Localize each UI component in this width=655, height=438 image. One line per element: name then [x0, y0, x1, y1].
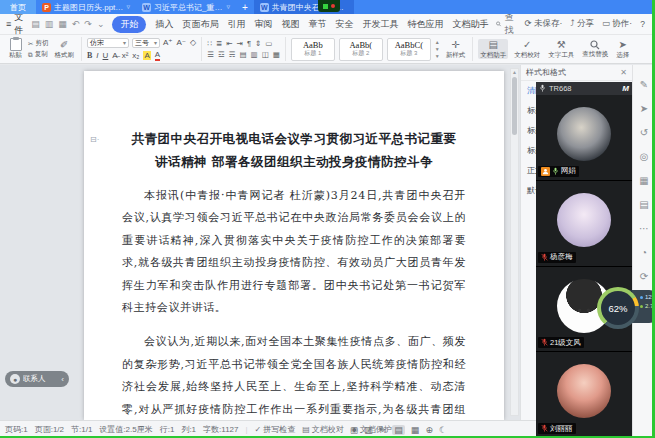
- borders-icon[interactable]: ▭: [265, 39, 272, 48]
- menu-tab-review[interactable]: 审阅: [254, 18, 272, 31]
- menu-tab-doc-assistant[interactable]: 文档助手: [452, 18, 488, 31]
- file-menu[interactable]: ≡ 文件: [6, 11, 23, 37]
- participant-tile[interactable]: 杨彦梅: [536, 181, 632, 267]
- menu-tab-references[interactable]: 引用: [227, 18, 245, 31]
- font-color-icon[interactable]: A: [155, 50, 160, 61]
- table-tool-icon[interactable]: ▦: [639, 175, 648, 186]
- menu-tab-page-layout[interactable]: 页面布局: [182, 18, 218, 31]
- menu-tab-insert[interactable]: 插入: [155, 18, 173, 31]
- scroll-up-icon[interactable]: ▲: [511, 69, 518, 75]
- find-command[interactable]: 查找: [496, 11, 516, 37]
- grow-font-icon[interactable]: A⁺: [163, 38, 173, 47]
- styles-scroll[interactable]: ▲▼▼: [435, 39, 440, 59]
- align-center-icon[interactable]: ☲: [218, 50, 225, 59]
- word-count[interactable]: 字数:1127: [203, 424, 238, 435]
- history-tool-icon[interactable]: ↺: [640, 127, 648, 138]
- menu-tab-view[interactable]: 视图: [281, 18, 299, 31]
- menu-tab-featured-apps[interactable]: 特色应用: [407, 18, 443, 31]
- menu-tab-security[interactable]: 安全: [335, 18, 353, 31]
- doc-assistant-button[interactable]: ▤ 文档助手: [478, 39, 508, 60]
- subscript-icon[interactable]: x₂: [132, 51, 139, 60]
- line-spacing-icon[interactable]: ⇕: [255, 39, 261, 48]
- align-left-icon[interactable]: ☰: [207, 50, 214, 59]
- menu-tab-home[interactable]: 开始: [112, 16, 146, 33]
- select-button[interactable]: ➤ 选择: [614, 39, 631, 60]
- copy-button[interactable]: ⧉复制: [28, 50, 48, 59]
- superscript-icon[interactable]: x²: [122, 51, 129, 60]
- align-right-icon[interactable]: ☴: [229, 50, 236, 59]
- participant-tile[interactable]: 网娟: [536, 95, 632, 181]
- proofread-toggle[interactable]: ▤文档校对: [302, 424, 344, 435]
- style-heading2[interactable]: AaBb( 标题 2: [339, 38, 383, 61]
- save-icon[interactable]: ▤: [31, 19, 40, 29]
- tab-ppt-file[interactable]: P 主题图日历头.ppt .pptx ▿: [36, 0, 136, 14]
- distribute-icon[interactable]: ▥: [251, 50, 258, 59]
- text-tools-button[interactable]: ⚒ 文字工具: [546, 39, 576, 60]
- ink-view-icon[interactable]: ✎: [379, 425, 387, 435]
- cut-button[interactable]: ✂剪切: [28, 39, 48, 48]
- decrease-indent-icon[interactable]: ⇤: [226, 39, 232, 48]
- redo-icon[interactable]: ↷: [84, 19, 92, 29]
- increase-indent-icon[interactable]: ⇥: [237, 39, 243, 48]
- font-name-select[interactable]: 仿宋▾: [87, 38, 129, 48]
- participant-tile[interactable]: 刘丽丽: [536, 352, 632, 438]
- tab-doc-file-1[interactable]: W 习近平总书记_重要讲话精神 ▿: [136, 0, 236, 14]
- export-icon[interactable]: ▥: [45, 19, 54, 29]
- page-view-icon[interactable]: ▤: [392, 425, 405, 435]
- shading-icon[interactable]: ◫: [262, 50, 269, 59]
- more-icon[interactable]: ⌄: [97, 19, 105, 29]
- help-icon[interactable]: ?: [640, 19, 645, 29]
- justify-icon[interactable]: ▤: [239, 50, 246, 59]
- clock-tool-icon[interactable]: ◔: [641, 247, 647, 258]
- net-speed-widget[interactable]: 62% 125.4K 2.74K: [597, 287, 655, 331]
- style-heading3[interactable]: AaBbC( 标题 3: [387, 38, 431, 61]
- strikethrough-icon[interactable]: A̶: [112, 51, 117, 60]
- collab-button[interactable]: ▭ 协作·: [602, 18, 632, 30]
- chevron-left-icon[interactable]: ‹: [61, 375, 64, 384]
- read-view-icon[interactable]: ▥: [364, 425, 373, 435]
- meeting-header[interactable]: TR668 M: [536, 82, 632, 95]
- proofread-button[interactable]: ✓ 文档校对: [512, 39, 542, 60]
- clear-format-icon[interactable]: ◇: [190, 38, 196, 47]
- close-icon[interactable]: ✕: [620, 68, 627, 77]
- pin-icon[interactable]: ▿: [126, 3, 130, 11]
- pin-icon[interactable]: ▿: [226, 3, 230, 11]
- web-view-icon[interactable]: ⊕: [425, 425, 433, 435]
- shrink-font-icon[interactable]: A⁻: [177, 38, 187, 47]
- bullet-list-icon[interactable]: ∷: [207, 39, 212, 48]
- numbered-list-icon[interactable]: ≣: [216, 39, 222, 48]
- floating-dock[interactable]: ● 联系人 ‹: [5, 371, 69, 387]
- eye-protect-icon[interactable]: ☾: [439, 425, 447, 435]
- tab-home[interactable]: 首页: [0, 0, 36, 14]
- sync-status[interactable]: ⟳ 未保存·: [524, 18, 562, 30]
- select-tool-icon[interactable]: ➤: [640, 103, 648, 114]
- find-replace-button[interactable]: 查找替换: [580, 40, 610, 58]
- paragraph-mark-icon[interactable]: ¶: [247, 39, 251, 48]
- spellcheck-toggle[interactable]: ✓拼写检查: [255, 424, 296, 435]
- vertical-scrollbar[interactable]: ▲: [510, 68, 519, 416]
- bold-icon[interactable]: B: [87, 51, 92, 60]
- italic-icon[interactable]: I: [96, 51, 98, 60]
- outline-collapse-icon[interactable]: ⊟·: [90, 135, 99, 144]
- font-size-select[interactable]: 三号▾: [132, 38, 160, 48]
- layout-tool-icon[interactable]: ▤: [639, 199, 648, 210]
- pen-tool-icon[interactable]: ✎: [640, 79, 648, 90]
- scrollbar-thumb[interactable]: [512, 77, 517, 135]
- menu-tab-developer[interactable]: 开发工具: [362, 18, 398, 31]
- highlight-color-icon[interactable]: A: [143, 51, 150, 60]
- new-tab-button[interactable]: +: [236, 0, 254, 14]
- fullscreen-view-icon[interactable]: ▢: [350, 425, 359, 435]
- print-icon[interactable]: ▦: [58, 19, 67, 29]
- outline-view-icon[interactable]: ▦: [411, 425, 420, 435]
- share-button[interactable]: ⤴ 分享: [570, 18, 594, 30]
- undo-icon[interactable]: ↶: [72, 19, 80, 29]
- refresh-tool-icon[interactable]: ⟳: [640, 271, 648, 282]
- more-tools-icon[interactable]: ⋯: [639, 223, 649, 234]
- document-page[interactable]: ⊟· 共青团中央召开电视电话会议学习贯彻习近平总书记重要 讲话精神 部署各级团组…: [84, 71, 504, 420]
- format-painter-button[interactable]: ✐ 格式刷: [52, 39, 76, 60]
- ink-tool-icon[interactable]: ◎: [640, 151, 649, 162]
- usage-ring[interactable]: 62%: [597, 287, 639, 329]
- paste-button[interactable]: 粘贴: [7, 38, 24, 59]
- underline-icon[interactable]: U: [103, 51, 109, 60]
- screen-share-indicator[interactable]: [318, 0, 340, 12]
